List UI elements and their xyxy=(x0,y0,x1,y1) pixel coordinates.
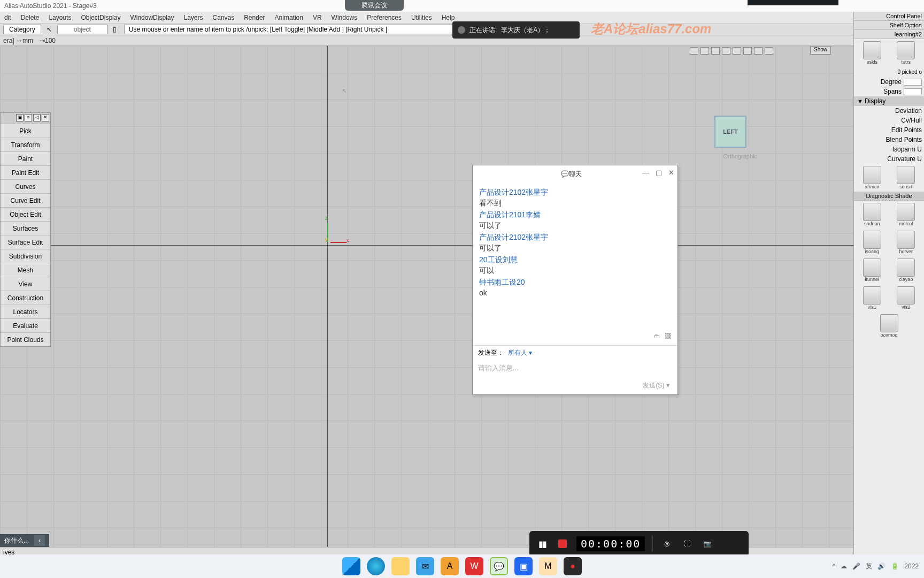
palette-pointclouds[interactable]: Point Clouds xyxy=(1,332,50,346)
system-tray[interactable]: ^ ☁ 🎤 英 🔊 🔋 2022 xyxy=(833,562,919,571)
vp-icon-4[interactable] xyxy=(722,47,730,55)
edge-app-icon[interactable] xyxy=(367,557,385,575)
palette-locators[interactable]: Locators xyxy=(1,305,50,318)
app-m-icon[interactable]: M xyxy=(539,557,557,575)
shdnon-icon[interactable] xyxy=(863,203,881,221)
recorder-target-icon[interactable]: ◎ xyxy=(660,537,673,550)
chat-close-icon[interactable]: ✕ xyxy=(668,169,674,177)
tray-chevron-icon[interactable]: ^ xyxy=(833,562,836,570)
palette-list-icon[interactable]: ≡ xyxy=(25,114,32,121)
menu-windows[interactable]: Windows xyxy=(332,14,358,21)
tray-mic-icon[interactable]: 🎤 xyxy=(852,562,860,570)
recorder-app-icon[interactable]: ● xyxy=(564,557,582,575)
chat-minimize-icon[interactable]: — xyxy=(642,169,649,177)
clayao-icon[interactable] xyxy=(897,258,915,277)
chat-window[interactable]: 💬 聊天 — ▢ ✕ 产品设计2102张星宇 看不到 产品设计2101李婧 可以… xyxy=(472,165,678,395)
vp-icon-2[interactable] xyxy=(700,47,709,55)
palette-evaluate[interactable]: Evaluate xyxy=(1,318,50,332)
vis2-icon[interactable] xyxy=(897,286,915,305)
viewport[interactable]: Show x z y ↖ LEFT Orthographic xyxy=(0,46,853,559)
sendto-dropdown[interactable]: 所有人 ▾ xyxy=(508,348,532,358)
menu-layouts[interactable]: Layouts xyxy=(49,14,71,21)
palette-construction[interactable]: Construction xyxy=(1,291,50,305)
menu-preferences[interactable]: Preferences xyxy=(367,14,402,21)
tray-volume-icon[interactable]: 🔊 xyxy=(877,562,886,570)
chat-folder-icon[interactable]: 🗀 xyxy=(654,332,660,340)
viewcube[interactable]: LEFT xyxy=(714,116,746,148)
vp-icon-6[interactable] xyxy=(743,47,752,55)
recorder-fullscreen-icon[interactable]: ⛶ xyxy=(681,537,694,550)
recorder-stop-button[interactable] xyxy=(556,537,569,550)
palette-close-icon[interactable]: ✕ xyxy=(42,114,49,121)
menu-layers[interactable]: Layers xyxy=(183,14,203,21)
menu-objectdisplay[interactable]: ObjectDisplay xyxy=(81,14,120,21)
pick-hint-field[interactable]: Use mouse or enter name of item to pick … xyxy=(124,25,488,34)
chat-titlebar[interactable]: 💬 聊天 — ▢ ✕ xyxy=(473,165,677,182)
menu-delete[interactable]: Delete xyxy=(21,14,40,21)
menu-render[interactable]: Render xyxy=(244,14,265,21)
windows-taskbar[interactable]: ✉ A W 💬 ▣ M ● ^ ☁ 🎤 英 🔊 🔋 2022 xyxy=(0,554,924,578)
palette-surfaces[interactable]: Surfaces xyxy=(1,221,50,235)
chat-send-button[interactable]: 发送(S) ▾ xyxy=(643,381,670,390)
wechat-app-icon[interactable]: 💬 xyxy=(490,557,508,575)
vp-icon-7[interactable] xyxy=(754,47,763,55)
menu-edit[interactable]: dit xyxy=(4,14,11,21)
menu-utilities[interactable]: Utilities xyxy=(411,14,432,21)
recorder-camera-icon[interactable]: 📷 xyxy=(701,537,714,550)
learning-tab[interactable]: learning#2 xyxy=(854,30,924,39)
mulcol-icon[interactable] xyxy=(897,203,915,221)
vp-icon-5[interactable] xyxy=(733,47,741,55)
explorer-app-icon[interactable] xyxy=(391,557,410,575)
palette-back-icon[interactable]: ◁ xyxy=(33,114,41,121)
meeting-toolbar-collapse-icon[interactable]: ‹ xyxy=(34,535,45,546)
palette-paint[interactable]: Paint xyxy=(1,151,50,165)
palette-view[interactable]: View xyxy=(1,277,50,291)
pick-arrow-icon[interactable]: ↖ xyxy=(47,26,52,33)
tray-ime[interactable]: 英 xyxy=(866,562,872,571)
screen-recorder-bar[interactable]: ▮▮ 00:00:00 ◎ ⛶ 📷 xyxy=(529,531,749,557)
xfrmcv-tool-icon[interactable] xyxy=(863,166,881,184)
palette-expand-icon[interactable]: ▣ xyxy=(16,114,24,121)
palette-transform[interactable]: Transform xyxy=(1,138,50,151)
menu-help[interactable]: Help xyxy=(442,14,455,21)
pick-category-button[interactable]: Category xyxy=(3,25,41,34)
pick-mode-field[interactable]: object xyxy=(57,25,107,34)
menu-windowdisplay[interactable]: WindowDisplay xyxy=(130,14,174,21)
palette-surface-edit[interactable]: Surface Edit xyxy=(1,235,50,249)
shelf-option-header[interactable]: Shelf Option xyxy=(854,21,924,30)
prop-isoparm[interactable]: Isoparm U xyxy=(892,146,922,153)
prop-editpoints[interactable]: Edit Points xyxy=(891,126,922,134)
wps-app-icon[interactable]: W xyxy=(465,557,483,575)
diagnostic-shade-header[interactable]: Diagnostic Shade xyxy=(854,192,924,201)
tray-cloud-icon[interactable]: ☁ xyxy=(841,562,847,570)
tray-battery-icon[interactable]: 🔋 xyxy=(891,562,899,570)
degree-input[interactable] xyxy=(904,79,922,86)
mail-app-icon[interactable]: ✉ xyxy=(416,557,434,575)
vis1-icon[interactable] xyxy=(863,286,881,305)
vp-icon-3[interactable] xyxy=(711,47,720,55)
start-button[interactable] xyxy=(342,557,360,575)
vp-icon-1[interactable] xyxy=(690,47,698,55)
recorder-pause-button[interactable]: ▮▮ xyxy=(536,537,549,550)
scnsrf-tool-icon[interactable] xyxy=(897,166,915,184)
horver-icon[interactable] xyxy=(897,231,915,249)
app-a-icon[interactable]: A xyxy=(441,557,459,575)
menu-vr[interactable]: VR xyxy=(313,14,322,21)
prop-blendpoints[interactable]: Blend Points xyxy=(886,136,922,143)
palette-object-edit[interactable]: Object Edit xyxy=(1,207,50,221)
pick-input-toggle-icon[interactable]: ▯ xyxy=(113,26,117,33)
meeting-toolbar[interactable]: 你什么... ‹ xyxy=(0,534,49,547)
vp-icon-8[interactable] xyxy=(765,47,773,55)
prop-deviation[interactable]: Deviation xyxy=(895,107,922,115)
display-section-header[interactable]: ▼ Display xyxy=(854,96,924,106)
isoang-icon[interactable] xyxy=(863,231,881,249)
tencent-meeting-pill[interactable]: 腾讯会议 xyxy=(345,0,404,11)
control-panel-header[interactable]: Control Panel xyxy=(854,12,924,21)
palette-pick[interactable]: Pick xyxy=(1,124,50,138)
tencent-meeting-app-icon[interactable]: ▣ xyxy=(514,557,533,575)
prop-curvature[interactable]: Curvature U xyxy=(887,155,922,163)
palette-mesh[interactable]: Mesh xyxy=(1,263,50,277)
viewport-show-button[interactable]: Show xyxy=(810,46,831,55)
boxmod-icon[interactable] xyxy=(880,314,898,332)
menu-animation[interactable]: Animation xyxy=(275,14,303,21)
